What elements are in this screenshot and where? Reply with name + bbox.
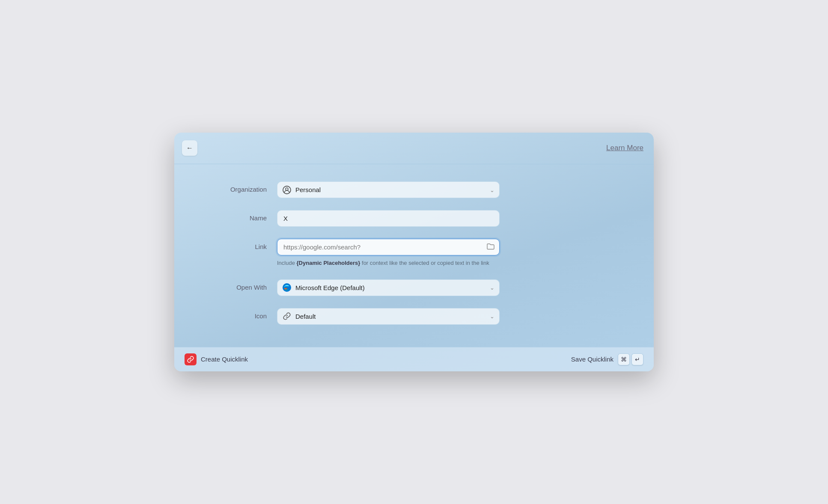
- name-label: Name: [208, 210, 277, 222]
- icon-select[interactable]: Default: [277, 308, 500, 325]
- app-title: Create Quicklink: [201, 356, 248, 363]
- icon-control: Default ⌄: [277, 308, 620, 325]
- keyboard-shortcut: ⌘ ↵: [618, 353, 643, 365]
- dialog-footer: Create Quicklink Save Quicklink ⌘ ↵: [174, 347, 654, 371]
- name-input[interactable]: [277, 210, 500, 227]
- form-body: Organization Personal ⌄: [174, 164, 654, 347]
- footer-right: Save Quicklink ⌘ ↵: [571, 353, 643, 365]
- person-icon: [282, 185, 292, 195]
- app-icon-badge: [185, 353, 197, 365]
- open-with-control: Microsoft Edge (Default) ⌄: [277, 279, 620, 296]
- create-quicklink-dialog: ← Learn More Organization Persona: [174, 133, 654, 371]
- name-row: Name: [208, 210, 620, 227]
- learn-more-link[interactable]: Learn More: [606, 144, 643, 152]
- organization-control: Personal ⌄: [277, 181, 620, 198]
- organization-select[interactable]: Personal: [277, 181, 500, 198]
- hint-prefix: Include: [277, 260, 297, 266]
- save-quicklink-label: Save Quicklink: [571, 356, 614, 363]
- link-label: Link: [208, 239, 277, 250]
- svg-point-1: [286, 188, 288, 190]
- open-with-select[interactable]: Microsoft Edge (Default): [277, 279, 500, 296]
- link-row: Link Include {Dynamic Placeholders} for …: [208, 239, 620, 267]
- icon-select-wrapper: Default ⌄: [277, 308, 500, 325]
- link-control: Include {Dynamic Placeholders} for conte…: [277, 239, 620, 267]
- icon-label: Icon: [208, 308, 277, 320]
- open-with-label: Open With: [208, 279, 277, 291]
- link-hint: Include {Dynamic Placeholders} for conte…: [277, 259, 500, 267]
- organization-select-wrapper: Personal ⌄: [277, 181, 500, 198]
- link-input-wrap: [277, 239, 500, 255]
- edge-icon: [282, 283, 292, 292]
- enter-key-badge: ↵: [631, 353, 643, 365]
- icon-row: Icon Default ⌄: [208, 308, 620, 325]
- footer-left: Create Quicklink: [185, 353, 248, 365]
- back-button[interactable]: ←: [182, 140, 197, 156]
- hint-dynamic: {Dynamic Placeholders}: [297, 260, 360, 266]
- link-chain-icon: [282, 311, 292, 321]
- open-with-row: Open With Microsoft Edge (Default): [208, 279, 620, 296]
- open-with-select-wrapper: Microsoft Edge (Default) ⌄: [277, 279, 500, 296]
- organization-label: Organization: [208, 181, 277, 193]
- link-input[interactable]: [277, 239, 500, 255]
- name-control: [277, 210, 620, 227]
- svg-point-2: [283, 283, 291, 292]
- dialog-header: ← Learn More: [174, 133, 654, 164]
- hint-suffix: for context like the selected or copied …: [360, 260, 489, 266]
- organization-row: Organization Personal ⌄: [208, 178, 620, 198]
- folder-icon[interactable]: [487, 243, 494, 252]
- cmd-key-badge: ⌘: [618, 353, 630, 365]
